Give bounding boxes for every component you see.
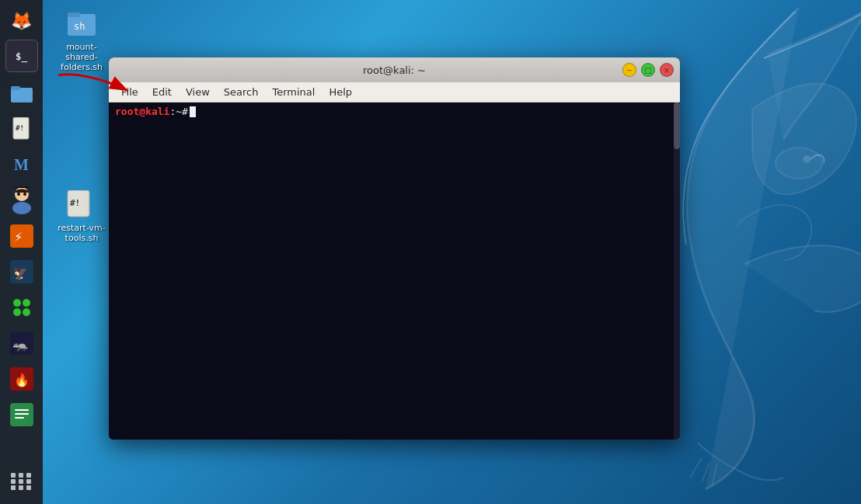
desktop-icon-mount[interactable]: sh mount-shared-folders.sh — [47, 4, 117, 76]
sidebar-item-dawg[interactable]: 🦅 — [5, 255, 38, 288]
window-buttons: − □ × — [622, 63, 674, 77]
svg-text:⚡: ⚡ — [14, 230, 23, 245]
mount-icon: sh — [66, 8, 97, 39]
terminal-menubar: File Edit View Search Terminal Help — [109, 82, 680, 103]
notepad-icon — [10, 403, 33, 426]
svg-point-9 — [23, 193, 26, 196]
terminal-scrollbar[interactable] — [674, 103, 680, 440]
textfile-icon: #! — [12, 117, 32, 141]
restart-icon: #! — [66, 189, 97, 220]
terminal-titlebar: root@kali: ~ − □ × — [109, 57, 680, 82]
menu-file[interactable]: File — [115, 84, 145, 100]
svg-rect-24 — [15, 413, 29, 415]
terminal-window: root@kali: ~ − □ × File Edit View Search… — [109, 57, 680, 440]
cursor — [190, 106, 196, 117]
svg-point-15 — [23, 299, 30, 307]
terminal-scrollbar-thumb[interactable] — [674, 103, 680, 149]
sidebar-item-terminal[interactable]: $_ — [5, 40, 38, 72]
svg-point-14 — [13, 299, 21, 307]
svg-rect-3 — [11, 86, 20, 90]
sidebar-item-clawtool[interactable]: 🦡 — [5, 327, 38, 360]
restart-label: restart-vm-tools.sh — [51, 223, 113, 243]
greendots-icon — [11, 297, 33, 318]
svg-rect-25 — [15, 417, 24, 419]
svg-text:🦡: 🦡 — [12, 337, 28, 352]
desktop-icon-restart[interactable]: #! restart-vm-tools.sh — [47, 185, 117, 247]
folder-icon — [11, 84, 33, 103]
svg-text:#!: #! — [70, 198, 80, 208]
firetool-icon: 🔥 — [10, 367, 33, 391]
terminal-title: root@kali: ~ — [115, 64, 674, 76]
mount-label: mount-shared-folders.sh — [51, 42, 113, 72]
svg-text:🔥: 🔥 — [14, 373, 30, 388]
menu-terminal[interactable]: Terminal — [266, 84, 321, 100]
desktop: 🦊 $_ #! M — [0, 0, 861, 504]
svg-rect-23 — [15, 409, 29, 411]
firefox-icon: 🦊 — [11, 11, 32, 30]
sidebar-item-texteditor[interactable]: #! — [5, 113, 38, 145]
sidebar-item-burpsuite[interactable]: ⚡ — [5, 220, 38, 252]
sidebar-item-notepad[interactable] — [5, 398, 38, 431]
prompt-path: :~# — [169, 106, 187, 117]
metasploit-icon: M — [14, 156, 29, 174]
svg-point-16 — [13, 308, 21, 316]
menu-search[interactable]: Search — [218, 84, 265, 100]
svg-text:#!: #! — [16, 124, 24, 132]
sidebar-item-apps[interactable] — [5, 465, 38, 498]
svg-point-7 — [12, 202, 31, 214]
svg-point-17 — [23, 308, 30, 316]
svg-point-8 — [17, 193, 20, 196]
sidebar-item-folder[interactable] — [5, 77, 38, 109]
minimize-button[interactable]: − — [622, 63, 636, 77]
close-button[interactable]: × — [660, 63, 674, 77]
menu-view[interactable]: View — [180, 84, 216, 100]
sidebar-item-anime[interactable] — [5, 184, 38, 217]
menu-edit[interactable]: Edit — [146, 84, 178, 100]
sidebar-item-firefox[interactable]: 🦊 — [5, 4, 38, 36]
anime-icon — [9, 186, 34, 214]
clawtool-icon: 🦡 — [10, 332, 33, 355]
svg-text:🦅: 🦅 — [12, 266, 28, 280]
terminal-icon: $_ — [16, 50, 28, 62]
burpsuite-icon: ⚡ — [10, 224, 33, 248]
sidebar-item-firetool[interactable]: 🔥 — [5, 363, 38, 395]
menu-help[interactable]: Help — [322, 84, 358, 100]
svg-text:sh: sh — [74, 21, 85, 32]
sidebar: 🦊 $_ #! M — [0, 0, 43, 504]
apps-grid-icon — [11, 473, 33, 490]
dawg-icon: 🦅 — [10, 260, 33, 283]
svg-rect-27 — [68, 12, 80, 17]
sidebar-item-greendots[interactable] — [5, 291, 38, 324]
prompt-user: root@kali — [115, 106, 169, 117]
terminal-prompt: root@kali :~# — [115, 106, 674, 117]
sidebar-item-metasploit[interactable]: M — [5, 148, 38, 181]
maximize-button[interactable]: □ — [641, 63, 655, 77]
terminal-body[interactable]: root@kali :~# — [109, 103, 680, 440]
